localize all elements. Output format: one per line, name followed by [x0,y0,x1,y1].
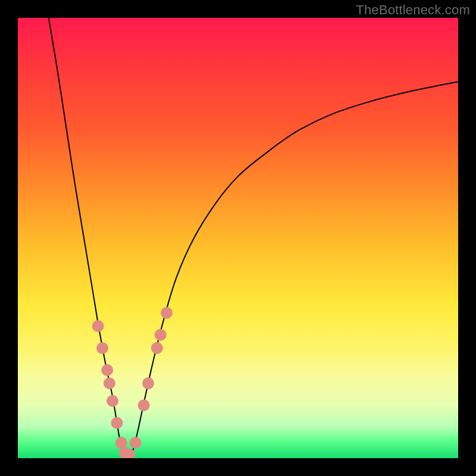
marker-point [96,342,108,354]
marker-point [151,342,163,354]
marker-point [130,437,142,449]
marker-point [115,437,127,449]
marker-point [138,399,150,411]
curve-right-branch [130,82,458,456]
marker-point [155,329,167,341]
marker-point [101,364,113,376]
marker-point [111,417,123,429]
curve-left-branch [49,18,125,457]
marker-point [104,377,115,389]
marker-point [107,395,118,407]
watermark-label: TheBottleneck.com [356,2,470,18]
plot-area [18,18,458,458]
chart-container: TheBottleneck.com [0,0,476,476]
plot-svg [18,18,458,458]
marker-point [92,320,104,332]
marker-point [161,307,173,319]
marker-point [142,377,154,389]
